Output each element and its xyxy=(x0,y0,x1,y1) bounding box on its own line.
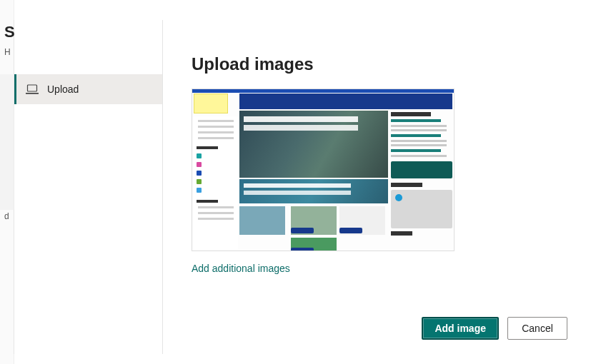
dialog-sidebar: Upload xyxy=(14,20,163,354)
bg-title-fragment: S xyxy=(4,23,15,41)
bg-trail-fragment: d xyxy=(4,211,9,221)
bg-subtitle-fragment: H xyxy=(4,47,11,57)
background-page: S H d xyxy=(0,0,14,364)
dialog-footer: Add image Cancel xyxy=(163,307,586,354)
cancel-button[interactable]: Cancel xyxy=(507,317,567,340)
svg-rect-0 xyxy=(28,85,37,91)
laptop-icon xyxy=(26,84,39,94)
sidebar-item-upload[interactable]: Upload xyxy=(14,74,162,104)
dialog-main: Upload images xyxy=(163,20,586,354)
uploaded-image-thumbnail[interactable] xyxy=(192,89,455,251)
sidebar-item-label: Upload xyxy=(47,84,79,95)
dialog-title: Upload images xyxy=(192,54,557,74)
bg-side-rect xyxy=(0,74,14,210)
add-additional-images-link[interactable]: Add additional images xyxy=(192,263,290,274)
thumbnail-preview xyxy=(192,89,454,251)
add-image-button[interactable]: Add image xyxy=(422,317,499,340)
upload-dialog: Upload Upload images xyxy=(14,20,586,354)
dialog-content: Upload images xyxy=(163,20,586,307)
